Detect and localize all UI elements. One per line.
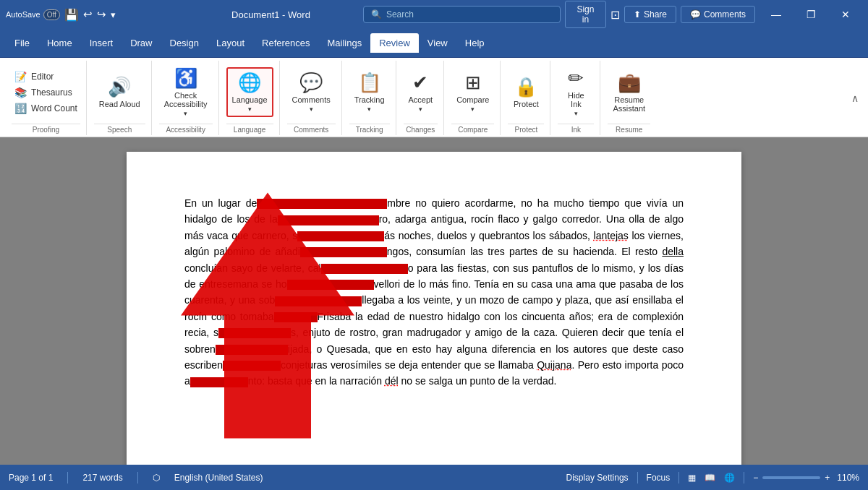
zoom-slider[interactable] (762, 476, 820, 479)
status-bar: Page 1 of 1 217 words ⬡ English (United … (0, 465, 868, 490)
menu-references[interactable]: References (253, 33, 318, 53)
hideink-icon: ✏ (568, 67, 584, 90)
restore-button[interactable]: ❐ (794, 3, 827, 26)
checkaccessibility-button[interactable]: ♿ CheckAccessibility ▾ (159, 64, 213, 121)
ribbon-group-language: 🌐 Language ▾ Language (221, 61, 280, 135)
editor-icon: 📝 (14, 71, 27, 82)
zoom-level: 110% (837, 473, 859, 483)
menu-draw[interactable]: Draw (122, 33, 161, 53)
signin-button[interactable]: Sign in (565, 1, 606, 28)
redo-icon[interactable]: ↪ (97, 8, 106, 21)
comment-icon: 💬 (690, 9, 701, 20)
window-controls: — ❐ ✕ (760, 3, 862, 26)
thesaurus-button[interactable]: 📚 Thesaurus (12, 85, 80, 100)
undo-icon[interactable]: ↩ (83, 8, 93, 21)
status-sep-5 (744, 472, 744, 483)
ribbon-group-resume: 💼 ResumeAssistant Resume (602, 61, 656, 135)
autosave-state[interactable]: Off (43, 9, 60, 20)
menu-review[interactable]: Review (370, 33, 419, 53)
zoom-in-button[interactable]: + (825, 473, 830, 483)
status-sep-3 (637, 472, 638, 483)
hideink-button[interactable]: ✏ HideInk ▾ (558, 64, 594, 121)
compare-button[interactable]: ⊞ Compare ▾ (451, 68, 494, 116)
menu-help[interactable]: Help (456, 33, 493, 53)
ink-label: Ink (558, 124, 594, 135)
language-button[interactable]: 🌐 Language ▾ (226, 67, 273, 117)
wordcount-button[interactable]: 🔢 Word Count (12, 101, 80, 116)
document-page[interactable]: En un lugar dembre no quiero acordarme, … (127, 152, 741, 465)
ribbon-group-comments: 💬 Comments ▾ Comments (281, 61, 342, 135)
menu-insert[interactable]: Insert (81, 33, 122, 53)
display-settings-button[interactable]: Display Settings (566, 473, 629, 483)
resumeassistant-button[interactable]: 💼 ResumeAssistant (608, 68, 650, 116)
view-icon-web[interactable]: 🌐 (724, 473, 735, 483)
protect-icon: 🔒 (514, 76, 537, 98)
restore-icon[interactable]: ⊡ (610, 8, 620, 22)
compare-label: Compare (451, 124, 494, 135)
thesaurus-icon: 📚 (14, 87, 27, 98)
document-area: En un lugar dembre no quiero acordarme, … (0, 137, 868, 465)
language-status[interactable]: English (United States) (174, 473, 263, 483)
editor-button[interactable]: 📝 Editor (12, 69, 80, 84)
zoom-control: − + 110% (753, 473, 859, 483)
protect-button[interactable]: 🔒 Protect (508, 72, 544, 112)
close-button[interactable]: ✕ (829, 3, 862, 26)
menu-home[interactable]: Home (38, 33, 81, 53)
ribbon: 📝 Editor 📚 Thesaurus 🔢 Word Count Proofi… (0, 58, 868, 137)
autosave-toggle[interactable]: AutoSave Off (6, 9, 60, 20)
minimize-button[interactable]: — (760, 3, 793, 26)
page-info: Page 1 of 1 (9, 473, 53, 483)
save-icon[interactable]: 💾 (64, 8, 79, 22)
status-bar-right: Display Settings Focus ▦ 📖 🌐 − + 110% (566, 472, 859, 483)
tracking-icon: 📋 (358, 72, 381, 94)
compare-icon: ⊞ (465, 72, 481, 94)
view-icon-read[interactable]: 📖 (705, 473, 715, 483)
readaloud-button[interactable]: 🔊 Read Aloud (94, 72, 145, 112)
search-input[interactable] (386, 9, 553, 20)
ribbon-content: 📝 Editor 📚 Thesaurus 🔢 Word Count Proofi… (0, 58, 868, 138)
zoom-out-button[interactable]: − (753, 473, 758, 483)
document-title: Document1 - Word (231, 9, 310, 20)
customize-icon[interactable]: ▾ (111, 9, 116, 20)
wordcount-icon: 🔢 (14, 103, 27, 114)
menu-view[interactable]: View (419, 33, 456, 53)
readaloud-icon: 🔊 (108, 76, 131, 98)
menu-layout[interactable]: Layout (208, 33, 253, 53)
menu-design[interactable]: Design (161, 33, 208, 53)
title-bar-left: AutoSave Off 💾 ↩ ↪ ▾ (6, 8, 179, 22)
accessibility-icon: ♿ (174, 67, 197, 90)
ribbon-group-tracking: 📋 Tracking ▾ Tracking (344, 61, 396, 135)
status-sep-4 (678, 472, 679, 483)
changes-label: Changes (404, 124, 438, 135)
comments-button[interactable]: 💬 Comments (681, 6, 755, 23)
word-count-status: 217 words (82, 473, 122, 483)
share-button[interactable]: ⬆ Share (624, 6, 676, 23)
menu-bar: File Home Insert Draw Design Layout Refe… (0, 29, 868, 58)
title-bar-right: 🔍 Sign in ⊡ ⬆ Share 💬 Comments — ❐ ✕ (363, 1, 862, 28)
accept-button[interactable]: ✔ Accept ▾ (404, 68, 438, 116)
proofing-label: Proofing (12, 124, 80, 135)
status-sep-1 (67, 472, 68, 483)
search-icon: 🔍 (371, 9, 382, 20)
comments-ribbon-button[interactable]: 💬 Comments ▾ (287, 68, 336, 116)
protect-label: Protect (508, 124, 544, 135)
share-icon: ⬆ (634, 9, 641, 20)
accessibility-status-icon: ⬡ (153, 473, 160, 483)
view-icon-print[interactable]: ▦ (688, 473, 696, 483)
tracking-label: Tracking (349, 124, 390, 135)
document-text: En un lugar dembre no quiero acordarme, … (184, 195, 684, 390)
menu-file[interactable]: File (6, 33, 38, 53)
comments-ribbon-label: Comments (287, 124, 336, 135)
autosave-label: AutoSave (6, 10, 41, 19)
title-bar-center: Document1 - Word (184, 9, 357, 20)
ribbon-collapse-button[interactable]: ∧ (848, 61, 862, 135)
menu-mailings[interactable]: Mailings (319, 33, 371, 53)
search-box[interactable]: 🔍 (363, 6, 561, 23)
ribbon-group-speech: 🔊 Read Aloud Speech (88, 61, 152, 135)
focus-button[interactable]: Focus (647, 473, 671, 483)
resume-label: Resume (608, 124, 650, 135)
ribbon-group-proofing: 📝 Editor 📚 Thesaurus 🔢 Word Count Proofi… (6, 61, 87, 135)
accessibility-label: Accessibility (159, 124, 213, 135)
resumeassistant-icon: 💼 (618, 72, 641, 94)
tracking-button[interactable]: 📋 Tracking ▾ (349, 68, 390, 116)
